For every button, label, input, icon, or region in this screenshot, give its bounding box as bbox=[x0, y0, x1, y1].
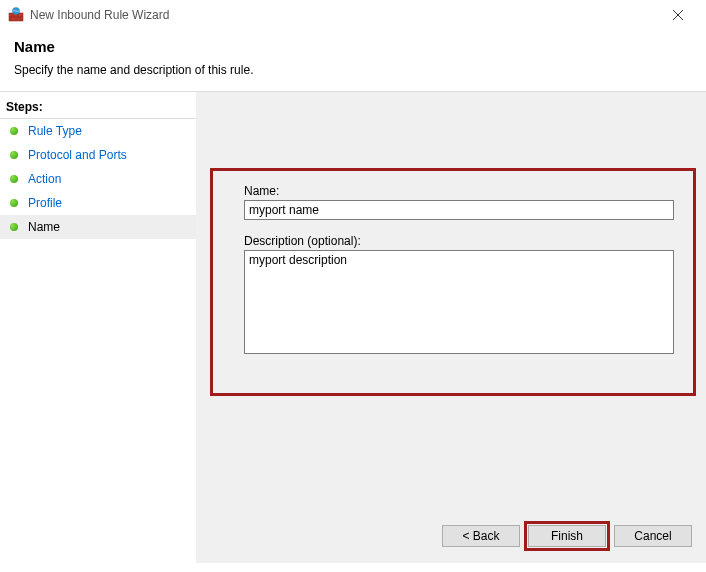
main-panel: Name: Description (optional): < Back Fin… bbox=[196, 92, 706, 563]
step-label: Action bbox=[28, 172, 61, 186]
close-button[interactable] bbox=[658, 1, 698, 29]
name-label: Name: bbox=[244, 184, 676, 198]
page-description: Specify the name and description of this… bbox=[14, 63, 692, 77]
description-label: Description (optional): bbox=[244, 234, 676, 248]
button-row: < Back Finish Cancel bbox=[442, 525, 692, 547]
cancel-button[interactable]: Cancel bbox=[614, 525, 692, 547]
page-header: Name Specify the name and description of… bbox=[0, 30, 706, 91]
step-bullet-icon bbox=[10, 223, 18, 231]
step-name[interactable]: Name bbox=[0, 215, 196, 239]
name-input[interactable] bbox=[244, 200, 674, 220]
step-label: Protocol and Ports bbox=[28, 148, 127, 162]
firewall-icon bbox=[8, 7, 24, 23]
form-area: Name: Description (optional): bbox=[196, 168, 706, 357]
step-label: Profile bbox=[28, 196, 62, 210]
step-bullet-icon bbox=[10, 151, 18, 159]
description-input[interactable] bbox=[244, 250, 674, 354]
step-rule-type[interactable]: Rule Type bbox=[0, 119, 196, 143]
step-bullet-icon bbox=[10, 199, 18, 207]
step-profile[interactable]: Profile bbox=[0, 191, 196, 215]
finish-button[interactable]: Finish bbox=[528, 525, 606, 547]
step-action[interactable]: Action bbox=[0, 167, 196, 191]
window-title: New Inbound Rule Wizard bbox=[30, 8, 658, 22]
step-protocol-ports[interactable]: Protocol and Ports bbox=[0, 143, 196, 167]
step-bullet-icon bbox=[10, 127, 18, 135]
steps-header: Steps: bbox=[0, 98, 196, 119]
step-bullet-icon bbox=[10, 175, 18, 183]
step-label: Rule Type bbox=[28, 124, 82, 138]
steps-sidebar: Steps: Rule Type Protocol and Ports Acti… bbox=[0, 92, 196, 563]
step-label: Name bbox=[28, 220, 60, 234]
back-button[interactable]: < Back bbox=[442, 525, 520, 547]
page-title: Name bbox=[14, 38, 692, 55]
titlebar: New Inbound Rule Wizard bbox=[0, 0, 706, 30]
content-area: Steps: Rule Type Protocol and Ports Acti… bbox=[0, 91, 706, 563]
annotation-finish-highlight: Finish bbox=[528, 525, 606, 547]
